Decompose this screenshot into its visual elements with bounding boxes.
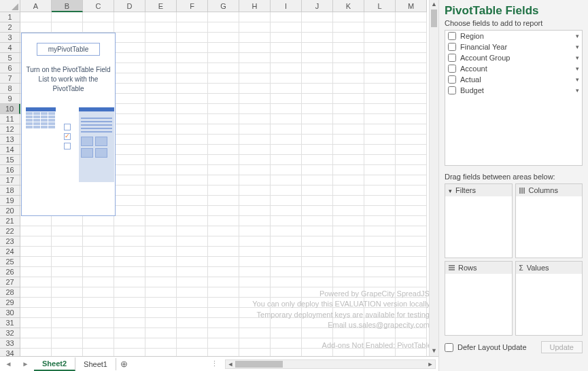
cell[interactable] <box>52 216 83 226</box>
cell[interactable] <box>239 277 271 287</box>
cell[interactable] <box>177 308 208 318</box>
cell[interactable] <box>364 43 396 53</box>
cell[interactable] <box>52 257 83 267</box>
field-dropdown-icon[interactable]: ▾ <box>576 87 579 94</box>
cell[interactable] <box>396 267 427 277</box>
cell[interactable] <box>302 206 333 216</box>
cell[interactable] <box>364 84 396 94</box>
cell[interactable] <box>114 33 145 43</box>
cell[interactable] <box>208 63 239 73</box>
cell[interactable] <box>20 349 52 356</box>
cell[interactable] <box>302 226 333 236</box>
cell[interactable] <box>83 349 114 356</box>
cell[interactable] <box>333 186 364 196</box>
cell[interactable] <box>177 145 208 155</box>
cell[interactable] <box>52 287 83 298</box>
cell[interactable] <box>83 257 114 267</box>
field-checkbox[interactable] <box>448 43 456 51</box>
row-header-19[interactable]: 19 <box>0 196 20 206</box>
cell[interactable] <box>145 63 177 73</box>
tab-nav-next-icon[interactable]: ► <box>22 360 29 368</box>
cell[interactable] <box>177 135 208 145</box>
cell[interactable] <box>239 84 271 94</box>
row-header-28[interactable]: 28 <box>0 287 20 298</box>
cell[interactable] <box>145 73 177 84</box>
cell[interactable] <box>114 308 145 318</box>
cell[interactable] <box>271 206 302 216</box>
cell[interactable] <box>177 318 208 328</box>
cell[interactable] <box>364 12 396 22</box>
cell[interactable] <box>114 328 145 338</box>
cell[interactable] <box>145 328 177 338</box>
cell[interactable] <box>52 349 83 356</box>
row-header-12[interactable]: 12 <box>0 124 20 135</box>
cell[interactable] <box>177 298 208 308</box>
field-item[interactable]: Account▾ <box>445 63 582 74</box>
cell[interactable] <box>396 216 427 226</box>
cell[interactable] <box>239 216 271 226</box>
cell[interactable] <box>177 226 208 236</box>
cell[interactable] <box>239 12 271 22</box>
cell[interactable] <box>333 277 364 287</box>
cell[interactable] <box>302 135 333 145</box>
cell[interactable] <box>208 155 239 165</box>
cell[interactable] <box>208 308 239 318</box>
row-header-22[interactable]: 22 <box>0 226 20 236</box>
cell[interactable] <box>271 84 302 94</box>
cell[interactable] <box>208 287 239 298</box>
cell[interactable] <box>239 155 271 165</box>
cell[interactable] <box>114 349 145 356</box>
cell[interactable] <box>177 155 208 165</box>
row-header-25[interactable]: 25 <box>0 257 20 267</box>
cell[interactable] <box>239 135 271 145</box>
cell[interactable] <box>208 298 239 308</box>
cell[interactable] <box>239 236 271 247</box>
cell[interactable] <box>208 43 239 53</box>
cell[interactable] <box>145 206 177 216</box>
cell[interactable] <box>239 94 271 104</box>
cell[interactable] <box>114 53 145 63</box>
row-header-34[interactable]: 34 <box>0 349 20 356</box>
cell[interactable] <box>83 308 114 318</box>
cell[interactable] <box>333 165 364 175</box>
area-rows[interactable]: Rows <box>445 261 513 336</box>
cell[interactable] <box>114 196 145 206</box>
cell[interactable] <box>114 298 145 308</box>
cell[interactable] <box>239 124 271 135</box>
cell[interactable] <box>302 94 333 104</box>
row-header-3[interactable]: 3 <box>0 33 20 43</box>
cell[interactable] <box>208 226 239 236</box>
cell[interactable] <box>145 267 177 277</box>
cell[interactable] <box>114 287 145 298</box>
cell[interactable] <box>364 196 396 206</box>
cell[interactable] <box>364 145 396 155</box>
cell[interactable] <box>302 114 333 124</box>
cell[interactable] <box>114 104 145 114</box>
field-item[interactable]: Budget▾ <box>445 85 582 96</box>
cell[interactable] <box>333 206 364 216</box>
cell[interactable] <box>302 33 333 43</box>
cell[interactable] <box>239 206 271 216</box>
cell[interactable] <box>177 338 208 349</box>
cell[interactable] <box>239 165 271 175</box>
cell[interactable] <box>333 236 364 247</box>
cell[interactable] <box>177 22 208 33</box>
cell[interactable] <box>239 186 271 196</box>
field-dropdown-icon[interactable]: ▾ <box>576 76 579 83</box>
cell[interactable] <box>83 226 114 236</box>
cell[interactable] <box>177 43 208 53</box>
cell[interactable] <box>145 277 177 287</box>
cell[interactable] <box>302 267 333 277</box>
cell[interactable] <box>145 175 177 186</box>
cell[interactable] <box>208 277 239 287</box>
cell[interactable] <box>302 22 333 33</box>
row-header-20[interactable]: 20 <box>0 206 20 216</box>
area-filters[interactable]: Filters <box>445 183 513 258</box>
cell[interactable] <box>145 12 177 22</box>
cell[interactable] <box>114 124 145 135</box>
cell[interactable] <box>208 145 239 155</box>
row-header-32[interactable]: 32 <box>0 328 20 338</box>
cell[interactable] <box>333 73 364 84</box>
field-dropdown-icon[interactable]: ▾ <box>576 43 579 50</box>
cell[interactable] <box>364 22 396 33</box>
